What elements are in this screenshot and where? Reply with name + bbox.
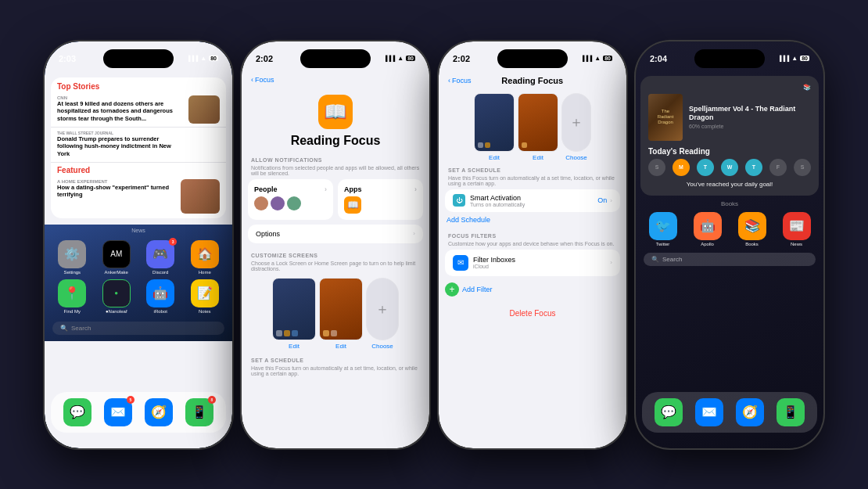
signal-icon-2: ▐▐▐ — [383, 56, 395, 61]
days-row: S M T W T F S — [648, 159, 811, 176]
app-news[interactable]: 📰 News — [777, 212, 816, 246]
featured-thumb — [181, 179, 220, 214]
dock-mail[interactable]: ✉️ 5 — [104, 398, 132, 426]
battery-icon-4: 80 — [800, 56, 809, 61]
books-section-label: Books — [636, 200, 823, 207]
add-filter-button[interactable]: Add Filter — [462, 286, 493, 293]
app-irobot[interactable]: 🤖 iRobot — [141, 279, 181, 314]
smart-activation-group: ⏻ Smart Activation Turns on automaticall… — [445, 189, 620, 212]
people-card[interactable]: People › — [248, 179, 333, 220]
search-icon-4: 🔍 — [651, 256, 659, 263]
app-findmy[interactable]: 📍 Find My — [52, 279, 92, 314]
options-group: Options › — [248, 225, 423, 243]
phone2-content: ‹ Focus 📖 Reading Focus ALLOW NOTIFICATI… — [242, 71, 429, 448]
app-grid-4: 🐦 Twitter 🤖 Apollo 📚 Books 📰 News — [636, 209, 823, 250]
news-item-2[interactable]: THE WALL STREET JOURNAL Donald Trump pre… — [51, 128, 226, 163]
back-label-3: Focus — [452, 77, 472, 84]
options-chevron: › — [413, 230, 415, 237]
dock-mail-4[interactable]: ✉️ — [695, 398, 723, 426]
dock-messages[interactable]: 💬 — [63, 398, 91, 426]
allow-notifications-header: ALLOW NOTIFICATIONS — [242, 153, 429, 165]
app-apollo[interactable]: 🤖 Apollo — [688, 212, 726, 246]
nanoleaf-label: ●Nanoleaf — [106, 309, 127, 314]
featured-item[interactable]: A Home Experiment How a dating-show "exp… — [51, 176, 226, 218]
phone4-content: 📚 TheRadiantDragon Spelljammer Vol 4 - T… — [636, 71, 823, 448]
search-bar-4[interactable]: 🔍 Search — [644, 253, 816, 266]
app-notes[interactable]: 📝 Notes — [185, 279, 225, 314]
reading-app-icon: 📖 — [344, 196, 361, 214]
preview-dark-label-2: Edit — [272, 343, 316, 350]
preview-dark-2[interactable]: Edit — [272, 278, 316, 350]
app-twitter[interactable]: 🐦 Twitter — [644, 212, 682, 246]
preview-orange-3[interactable]: Edit — [518, 93, 558, 161]
book-cover-image: TheRadiantDragon — [648, 94, 683, 141]
smart-activation-value: On — [597, 196, 607, 204]
dock-phone-4[interactable]: 📱 — [777, 398, 805, 426]
set-schedule-desc-2: Have this Focus turn on automatically at… — [242, 365, 429, 379]
news-icon: 📰 — [783, 212, 811, 240]
dock-phone[interactable]: 📱 8 — [185, 398, 213, 426]
search-placeholder-4: Search — [662, 256, 682, 263]
screen-previews-2: Edit Edit ＋ Choose — [242, 275, 429, 353]
focus-filters-header: FOCUS FILTERS — [439, 228, 626, 241]
filter-item-mail[interactable]: ✉ Filter Inboxes iCloud › — [445, 250, 620, 276]
dock-safari-4[interactable]: 🧭 — [736, 398, 764, 426]
status-time-2: 2:02 — [256, 54, 273, 63]
search-bar-1[interactable]: 🔍 Search — [52, 322, 224, 335]
customize-screens-header: CUSTOMIZE SCREENS — [242, 248, 429, 261]
book-row: TheRadiantDragon Spelljammer Vol 4 - The… — [648, 94, 811, 141]
app-discord[interactable]: 🎮 3 Discord — [141, 240, 181, 275]
preview-watch-2[interactable]: ＋ Choose — [366, 278, 399, 350]
discord-icon: 🎮 3 — [146, 240, 174, 268]
preview-dark-3[interactable]: Edit — [474, 93, 515, 161]
chevron-left-icon-2: ‹ — [251, 76, 253, 84]
customize-screens-desc: Choose a Lock Screen or Home Screen page… — [242, 261, 429, 275]
focus-icon-2: 📖 — [318, 95, 353, 129]
focus-header-2: 📖 Reading Focus — [242, 88, 429, 153]
dock-1: 💬 ✉️ 5 🧭 — [51, 392, 226, 433]
app-home[interactable]: 🏠 Home — [185, 240, 225, 275]
reading-widget-header: 📚 — [648, 84, 811, 91]
status-icons-1: ▐▐▐ ▲ 80 — [186, 55, 218, 62]
add-filter-plus-area[interactable]: + Add Filter — [445, 282, 493, 297]
delete-focus-button[interactable]: Delete Focus — [439, 303, 626, 324]
allow-notifications-desc: Notifications from selected people and a… — [242, 165, 429, 179]
dock-safari[interactable]: 🧭 — [145, 398, 173, 426]
avatar-row — [254, 196, 327, 210]
wifi-icon-1: ▲ — [200, 55, 206, 62]
back-button-3[interactable]: ‹ Focus — [448, 77, 472, 84]
notes-icon: 📝 — [191, 279, 219, 307]
preview-edit-label-3b: Edit — [518, 154, 558, 161]
nanoleaf-icon: ● — [102, 279, 131, 307]
mail-badge-1: 5 — [127, 396, 135, 404]
apps-card[interactable]: Apps › 📖 — [338, 179, 423, 220]
news-headline-1: At least 9 killed and dozens others are … — [57, 100, 184, 123]
nav-bar-2: ‹ Focus — [242, 71, 429, 88]
app-nanoleaf[interactable]: ● ●Nanoleaf — [97, 279, 137, 314]
news-item-1[interactable]: CNN At least 9 killed and dozens others … — [51, 92, 226, 128]
phone-2: 2:02 ▐▐▐ ▲ 80 ‹ Focus 📖 Reading Focus — [242, 41, 429, 448]
phones-container: 2:03 ▐▐▐ ▲ 80 Top Stories CNN — [29, 26, 839, 464]
settings-app-icon: ⚙️ — [58, 240, 86, 268]
ankermake-icon: AM — [102, 240, 131, 268]
day-t1: T — [697, 159, 714, 176]
notes-label: Notes — [199, 309, 211, 314]
smart-activation-row[interactable]: ⏻ Smart Activation Turns on automaticall… — [445, 189, 620, 212]
add-schedule-button[interactable]: Add Schedule — [439, 214, 626, 228]
discord-badge: 3 — [169, 238, 177, 246]
dock-messages-4[interactable]: 💬 — [655, 398, 683, 426]
twitter-icon: 🐦 — [649, 212, 677, 240]
twitter-label: Twitter — [656, 242, 670, 246]
top-stories-label: Top Stories — [51, 77, 226, 92]
status-time-3: 2:02 — [453, 54, 470, 63]
app-grid-1: ⚙️ Settings AM AnkerMake 🎮 3 — [45, 236, 232, 318]
app-ankermake[interactable]: AM AnkerMake — [97, 240, 137, 275]
app-settings[interactable]: ⚙️ Settings — [52, 240, 92, 275]
back-button-2[interactable]: ‹ Focus — [251, 76, 274, 84]
app-books[interactable]: 📚 Books — [733, 212, 771, 246]
preview-orange-2[interactable]: Edit — [319, 278, 363, 350]
battery-icon-1: 80 — [209, 56, 218, 61]
preview-watch-3[interactable]: ＋ Choose — [561, 93, 591, 161]
options-row[interactable]: Options › — [248, 225, 423, 243]
books-widget-icon: 📚 — [803, 84, 811, 91]
